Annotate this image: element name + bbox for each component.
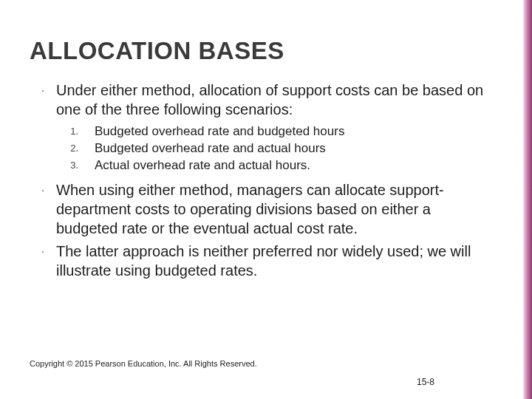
list-text: Budgeted overhead rate and budgeted hour… (95, 123, 344, 140)
bullet-text: Under either method, allocation of suppo… (56, 81, 494, 119)
list-text: Actual overhead rate and actual hours. (95, 157, 310, 174)
slide: ALLOCATION BASES · Under either method, … (0, 0, 523, 399)
bullet-item: · When using either method, managers can… (30, 181, 494, 238)
list-item: 3. Actual overhead rate and actual hours… (30, 157, 494, 174)
copyright: Copyright © 2015 Pearson Education, Inc.… (30, 359, 257, 368)
list-item: 2. Budgeted overhead rate and actual hou… (30, 140, 494, 157)
bullet-item: · The latter approach is neither preferr… (30, 242, 494, 280)
slide-title: ALLOCATION BASES (30, 37, 494, 65)
list-text: Budgeted overhead rate and actual hours (95, 140, 326, 157)
list-marker: 1. (30, 123, 95, 140)
slide-number: 15-8 (417, 377, 434, 387)
bullet-marker: · (30, 181, 56, 238)
list-marker: 3. (30, 157, 95, 174)
numbered-list: 1. Budgeted overhead rate and budgeted h… (30, 123, 494, 174)
bullet-item: · Under either method, allocation of sup… (30, 81, 494, 119)
bullet-marker: · (30, 242, 56, 280)
bullet-marker: · (30, 81, 56, 119)
bullet-text: When using either method, managers can a… (56, 181, 494, 238)
accent-bar (523, 0, 532, 399)
list-item: 1. Budgeted overhead rate and budgeted h… (30, 123, 494, 140)
slide-body: · Under either method, allocation of sup… (30, 81, 494, 280)
list-marker: 2. (30, 140, 95, 157)
bullet-text: The latter approach is neither preferred… (56, 242, 494, 280)
